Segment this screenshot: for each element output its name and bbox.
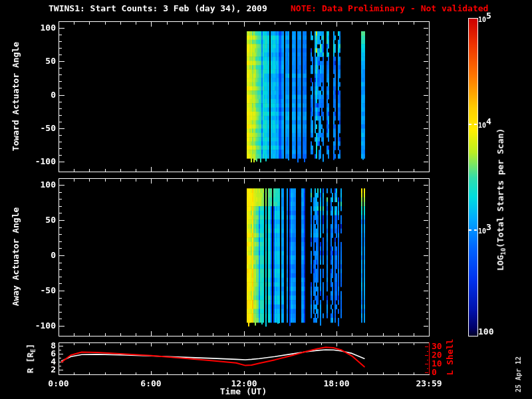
angle-tick-label: 0 [25,251,56,260]
colorbar-label-pre: LOG [495,255,505,271]
lshell-tick-label: 0 [432,368,437,377]
colorbar-tick-base: 10 [478,122,486,129]
twins-spectrogram-page: TWINS1: Start Counts: 3 Feb (day 34), 20… [0,0,532,399]
lshell-axis-label: L Shell [446,339,455,376]
colorbar-tick-label: 100 [478,327,493,336]
colorbar-tick-label: 105 [478,15,491,25]
r-tick-label: 2 [25,365,56,374]
preliminary-note: NOTE: Data Preliminary - Not validated [291,4,488,13]
angle-tick-label: 100 [25,180,56,190]
angle-tick-label: -50 [25,124,56,133]
colorbar-tick-label: 104 [478,120,491,130]
colorbar-tick-exponent: 3 [486,222,491,232]
toward-axis-label: Toward Actuator Angle [11,42,21,151]
angle-tick-label: -100 [25,321,56,331]
colorbar-tick-label: 103 [478,226,491,236]
time-tick-label: 6:00 [131,379,171,388]
colorbar-tick-base: 10 [478,227,486,235]
time-tick-label: 12:00 [224,379,264,388]
time-tick-label: 0:00 [39,379,78,388]
date-watermark: 25 Apr 12 [515,356,522,392]
colorbar-label: LOG10(Total Starts per Scan) [496,128,505,271]
page-title: TWINS1: Start Counts: 3 Feb (day 34), 20… [49,4,267,13]
angle-tick-label: -100 [25,157,56,166]
angle-tick-label: 100 [25,23,56,33]
colorbar-label-sub: 10 [500,248,507,255]
angle-tick-label: 50 [25,215,56,225]
angle-tick-label: -50 [25,286,56,295]
time-axis-label: Time (UT) [220,387,267,396]
colorbar-tick-base: 10 [478,16,486,23]
angle-tick-label: 0 [25,90,56,100]
away-axis-label: Away Actuator Angle [11,207,21,307]
colorbar-tick-exponent: 5 [486,11,491,21]
time-tick-label: 23:59 [409,379,449,388]
colorbar-tick-exponent: 4 [486,116,491,126]
angle-tick-label: 50 [25,57,56,66]
time-tick-label: 18:00 [317,379,356,388]
colorbar-label-post: (Total Starts per Scan) [495,128,505,248]
